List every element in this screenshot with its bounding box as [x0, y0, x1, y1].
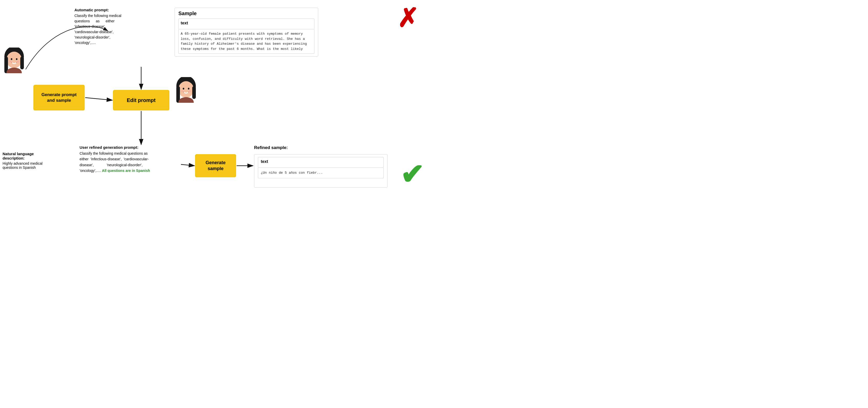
sample-box: Sample text A 65-year-old female patient… — [175, 8, 318, 57]
avatar-right — [175, 77, 197, 105]
diagram-container: ✗ ✔ — [0, 0, 434, 204]
avatar-left — [3, 48, 26, 76]
edit-prompt-button[interactable]: Edit prompt — [113, 90, 169, 111]
svg-point-5 — [16, 58, 18, 60]
sample-text: A 65-year-old female patient presents wi… — [181, 31, 312, 51]
refined-sample-box: text ¿Un niño de 5 años con fiebr... — [254, 154, 388, 187]
generate-sample-button[interactable]: Generate sample — [195, 154, 236, 177]
svg-line-22 — [85, 98, 113, 100]
svg-point-13 — [188, 88, 189, 90]
refined-sample-title: Refined sample: — [254, 145, 288, 150]
sample-field-label: text — [181, 21, 312, 25]
refined-field-label: text — [261, 159, 381, 164]
check-mark-icon: ✔ — [400, 160, 424, 188]
svg-point-9 — [178, 81, 194, 98]
svg-point-1 — [6, 52, 22, 68]
generate-prompt-button[interactable]: Generate prompt and sample — [33, 85, 85, 111]
svg-line-20 — [181, 165, 194, 166]
x-mark-icon: ✗ — [397, 5, 418, 31]
green-text: All questions are in Spanish — [102, 169, 150, 173]
svg-rect-3 — [20, 57, 24, 69]
svg-point-4 — [11, 58, 12, 60]
refined-text: ¿Un niño de 5 años con fiebr... — [261, 170, 381, 175]
svg-rect-11 — [192, 86, 196, 99]
natural-language-label: Natural language description: Highly adv… — [3, 152, 54, 170]
sample-title: Sample — [178, 10, 314, 17]
user-refined-label: User refined generation prompt: Classify… — [80, 145, 150, 174]
automatic-prompt-label: Automatic prompt: Classify the following… — [74, 8, 121, 46]
svg-point-15 — [189, 90, 191, 92]
svg-point-6 — [9, 61, 11, 62]
svg-point-7 — [17, 61, 19, 62]
svg-point-14 — [181, 90, 184, 92]
svg-point-12 — [183, 88, 184, 90]
